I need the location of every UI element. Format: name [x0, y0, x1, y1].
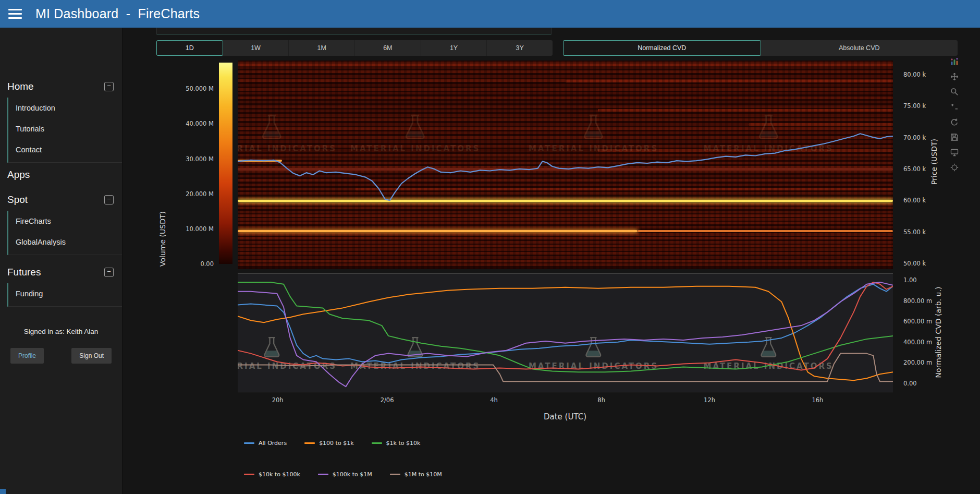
cvd-tick: 200.00 m — [903, 359, 932, 366]
signed-in-text: Signed in as: Keith Alan — [0, 328, 122, 335]
cvd-series-all-orders — [238, 284, 893, 363]
timeframe-tab-bar: 1D1W1M6M1Y3Y — [156, 40, 553, 56]
timeframe-tab-3y[interactable]: 3Y — [487, 40, 553, 56]
date-axis-title: Date (UTC) — [544, 412, 586, 421]
sidebar-heading-home: Home− — [0, 79, 122, 94]
price-heatmap-plot[interactable]: MATERIAL INDICATORSMATERIAL INDICATORSMA… — [238, 61, 893, 269]
price-tick: 75.00 k — [903, 102, 926, 110]
colorbar-tick: 40.000 M — [186, 120, 214, 127]
date-axis-ticks: 20h2/064h8h12h16h — [238, 396, 893, 405]
price-tick: 80.00 k — [903, 71, 926, 78]
colorbar-axis-title: Volume (USDT) — [158, 211, 167, 267]
legend-label: $100k to $1M — [333, 471, 372, 478]
sidebar-heading-apps: Apps — [0, 167, 122, 183]
zoom-icon[interactable] — [950, 88, 960, 97]
sidebar-heading-label: Spot — [7, 194, 28, 206]
sidebar-group: IntroductionTutorialsContact — [7, 98, 122, 163]
price-axis-title: Price (USDT) — [930, 139, 938, 185]
sidebar-item-contact[interactable]: Contact — [8, 139, 122, 160]
volume-colorbar — [219, 63, 232, 264]
price-line — [238, 134, 893, 200]
colorbar-tick: 10.000 M — [186, 225, 214, 233]
plotly-logo-icon[interactable] — [950, 57, 960, 67]
collapse-button[interactable]: − — [104, 195, 114, 204]
legend-label: $10k to $100k — [259, 471, 300, 478]
cvd-series-100k-to-1m — [238, 282, 893, 387]
collapse-button[interactable]: − — [104, 268, 114, 277]
profile-button[interactable]: Profile — [10, 348, 44, 364]
sidebar-button-row: Profile Sign Out — [0, 348, 122, 364]
legend-item-1k-to-10k[interactable]: $1k to $10k — [372, 440, 421, 447]
sidebar-section-spot: Spot−FireChartsGlobalAnalysis — [0, 192, 122, 255]
bottom-left-accent — [0, 489, 6, 494]
legend-item-100-to-1k[interactable]: $100 to $1k — [304, 440, 353, 447]
sidebar-group: FireChartsGlobalAnalysis — [7, 211, 122, 255]
collapsed-date-control[interactable] — [156, 28, 552, 34]
cvd-mode-tab-bar: Normalized CVDAbsolute CVD — [563, 40, 958, 56]
sidebar-item-introduction[interactable]: Introduction — [8, 98, 122, 118]
price-tick: 50.00 k — [903, 260, 926, 267]
date-tick: 16h — [812, 396, 823, 404]
sidebar-section-futures: Futures−Funding — [0, 264, 122, 307]
timeframe-tab-1w[interactable]: 1W — [223, 40, 289, 56]
pan-icon[interactable] — [950, 73, 960, 82]
sidebar-section-home: Home−IntroductionTutorialsContact — [0, 79, 122, 163]
sidebar-item-firecharts[interactable]: FireCharts — [8, 211, 122, 232]
cvd-axis-title: Normalized CVD (arb. u.) — [934, 287, 942, 378]
sidebar-group: Funding — [7, 283, 122, 307]
sidebar-section-apps: Apps — [0, 167, 122, 183]
save-icon[interactable] — [950, 133, 960, 142]
plot-modebar — [950, 57, 960, 173]
date-tick: 8h — [597, 396, 605, 404]
cvd-tick: 400.00 m — [903, 339, 932, 346]
date-tick: 20h — [272, 396, 284, 404]
legend-label: $1M to $10M — [405, 471, 442, 478]
cvd-plot[interactable]: MATERIAL INDICATORSMATERIAL INDICATORSMA… — [238, 273, 893, 392]
date-tick: 4h — [490, 396, 498, 404]
sidebar-item-globalanalysis[interactable]: GlobalAnalysis — [8, 232, 122, 252]
zoom-in-out-icon[interactable] — [950, 103, 960, 112]
cvd-series-1m-to-10m — [238, 354, 893, 382]
reset-axes-icon[interactable] — [950, 118, 960, 127]
collapse-button[interactable]: − — [104, 82, 114, 91]
timeframe-tab-6m[interactable]: 6M — [355, 40, 421, 56]
cvd-tab-absolute-cvd[interactable]: Absolute CVD — [761, 40, 958, 56]
legend-item-all-orders[interactable]: All Orders — [244, 440, 287, 447]
sidebar-heading-label: Home — [7, 81, 34, 92]
hover-mode-icon[interactable] — [950, 148, 960, 158]
legend-color-dash — [372, 442, 382, 444]
cvd-tab-normalized-cvd[interactable]: Normalized CVD — [563, 40, 761, 56]
price-tick: 65.00 k — [903, 165, 926, 173]
sidebar-heading-label: Apps — [7, 169, 30, 180]
timeframe-tab-1m[interactable]: 1M — [289, 40, 355, 56]
page-title: MI Dashboard - FireCharts — [35, 6, 200, 21]
legend-color-dash — [244, 442, 254, 444]
sidebar-item-tutorials[interactable]: Tutorials — [8, 118, 122, 139]
legend-item-100k-to-1m[interactable]: $100k to $1M — [318, 471, 372, 478]
colorbar-tick: 50.000 M — [186, 85, 214, 92]
sidebar-sections: Home−IntroductionTutorialsContactAppsSpo… — [0, 28, 122, 307]
legend-row-2: $10k to $100k$100k to $1M$1M to $10M — [244, 471, 442, 478]
legend-row-1: All Orders$100 to $1k$1k to $10k — [244, 440, 420, 447]
legend-item-10k-to-100k[interactable]: $10k to $100k — [244, 471, 300, 478]
hamburger-menu-icon[interactable] — [8, 9, 22, 19]
price-tick: 55.00 k — [903, 228, 926, 236]
cvd-tick: 600.00 m — [903, 318, 932, 325]
sidebar-heading-label: Futures — [7, 267, 41, 278]
sign-out-button[interactable]: Sign Out — [71, 348, 112, 364]
legend-color-dash — [390, 474, 400, 475]
cvd-tick: 1.00 — [903, 276, 917, 284]
timeframe-tab-1y[interactable]: 1Y — [421, 40, 487, 56]
legend-label: $1k to $10k — [386, 440, 421, 447]
colorbar-tick: 0.00 — [200, 260, 214, 268]
sidebar-heading-spot: Spot− — [0, 192, 122, 208]
sidebar-item-funding[interactable]: Funding — [8, 283, 122, 304]
legend-color-dash — [244, 474, 254, 475]
app-root: MI Dashboard - FireCharts Home−Introduct… — [0, 0, 980, 494]
spike-mode-icon[interactable] — [950, 163, 960, 173]
cvd-tick: 0.00 — [903, 380, 917, 387]
timeframe-tab-1d[interactable]: 1D — [156, 40, 223, 56]
date-tick: 12h — [704, 396, 715, 404]
legend-item-1m-to-10m[interactable]: $1M to $10M — [390, 471, 442, 478]
legend-color-dash — [318, 474, 328, 475]
